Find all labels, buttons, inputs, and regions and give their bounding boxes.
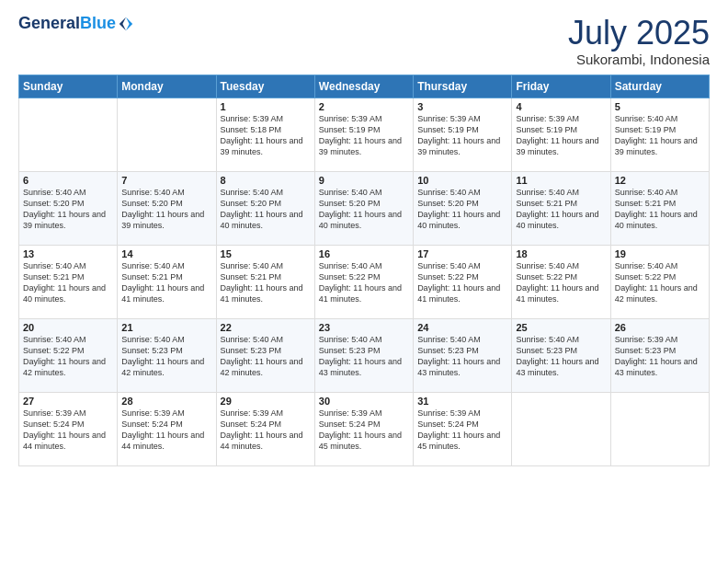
day-info: Sunrise: 5:39 AM Sunset: 5:18 PM Dayligh… [221, 113, 311, 158]
day-number: 6 [23, 175, 113, 186]
day-info: Sunrise: 5:39 AM Sunset: 5:24 PM Dayligh… [23, 408, 113, 453]
day-number: 10 [417, 175, 507, 186]
day-info: Sunrise: 5:40 AM Sunset: 5:21 PM Dayligh… [615, 187, 705, 232]
day-info: Sunrise: 5:39 AM Sunset: 5:23 PM Dayligh… [615, 334, 705, 379]
day-number: 19 [615, 248, 705, 259]
day-number: 28 [121, 396, 211, 407]
calendar-cell: 12Sunrise: 5:40 AM Sunset: 5:21 PM Dayli… [610, 171, 709, 245]
calendar-cell: 31Sunrise: 5:39 AM Sunset: 5:24 PM Dayli… [414, 392, 512, 465]
day-number: 23 [319, 322, 409, 333]
calendar-week-1: 1Sunrise: 5:39 AM Sunset: 5:18 PM Daylig… [19, 98, 710, 171]
day-number: 3 [417, 101, 507, 112]
day-info: Sunrise: 5:40 AM Sunset: 5:20 PM Dayligh… [417, 187, 507, 232]
day-number: 24 [417, 322, 507, 333]
title-area: July 2025 Sukorambi, Indonesia [568, 15, 710, 67]
day-number: 13 [23, 248, 113, 259]
logo-text: GeneralBlue [18, 15, 116, 33]
calendar-cell: 5Sunrise: 5:40 AM Sunset: 5:19 PM Daylig… [610, 98, 709, 171]
calendar-cell: 29Sunrise: 5:39 AM Sunset: 5:24 PM Dayli… [216, 392, 314, 465]
calendar-cell: 1Sunrise: 5:39 AM Sunset: 5:18 PM Daylig… [216, 98, 314, 171]
day-info: Sunrise: 5:39 AM Sunset: 5:24 PM Dayligh… [221, 408, 311, 453]
day-number: 15 [221, 248, 311, 259]
day-info: Sunrise: 5:40 AM Sunset: 5:23 PM Dayligh… [417, 334, 507, 379]
calendar-cell: 4Sunrise: 5:39 AM Sunset: 5:19 PM Daylig… [512, 98, 610, 171]
day-info: Sunrise: 5:39 AM Sunset: 5:24 PM Dayligh… [319, 408, 409, 453]
day-number: 17 [417, 248, 507, 259]
calendar-cell: 3Sunrise: 5:39 AM Sunset: 5:19 PM Daylig… [414, 98, 512, 171]
calendar-cell: 6Sunrise: 5:40 AM Sunset: 5:20 PM Daylig… [19, 171, 118, 245]
calendar-cell: 13Sunrise: 5:40 AM Sunset: 5:21 PM Dayli… [19, 245, 118, 318]
calendar-cell: 24Sunrise: 5:40 AM Sunset: 5:23 PM Dayli… [414, 318, 512, 392]
day-number: 12 [615, 175, 705, 186]
day-info: Sunrise: 5:40 AM Sunset: 5:19 PM Dayligh… [615, 113, 705, 158]
page-header: GeneralBlue July 2025 Sukorambi, Indones… [18, 15, 710, 67]
day-number: 4 [516, 101, 606, 112]
calendar-cell: 16Sunrise: 5:40 AM Sunset: 5:22 PM Dayli… [314, 245, 413, 318]
day-info: Sunrise: 5:40 AM Sunset: 5:23 PM Dayligh… [121, 334, 211, 379]
calendar-cell: 27Sunrise: 5:39 AM Sunset: 5:24 PM Dayli… [19, 392, 118, 465]
day-info: Sunrise: 5:40 AM Sunset: 5:23 PM Dayligh… [319, 334, 409, 379]
calendar-cell: 11Sunrise: 5:40 AM Sunset: 5:21 PM Dayli… [512, 171, 610, 245]
day-info: Sunrise: 5:40 AM Sunset: 5:22 PM Dayligh… [23, 334, 113, 379]
col-friday: Friday [512, 75, 610, 98]
calendar-week-2: 6Sunrise: 5:40 AM Sunset: 5:20 PM Daylig… [19, 171, 710, 245]
calendar-cell: 19Sunrise: 5:40 AM Sunset: 5:22 PM Dayli… [610, 245, 709, 318]
day-number: 11 [516, 175, 606, 186]
calendar-cell: 20Sunrise: 5:40 AM Sunset: 5:22 PM Dayli… [19, 318, 118, 392]
svg-marker-1 [119, 17, 126, 30]
day-number: 1 [221, 101, 311, 112]
day-info: Sunrise: 5:40 AM Sunset: 5:21 PM Dayligh… [221, 260, 311, 305]
day-info: Sunrise: 5:40 AM Sunset: 5:22 PM Dayligh… [615, 260, 705, 305]
col-tuesday: Tuesday [216, 75, 314, 98]
calendar-cell: 30Sunrise: 5:39 AM Sunset: 5:24 PM Dayli… [314, 392, 413, 465]
day-number: 21 [121, 322, 211, 333]
calendar-cell: 8Sunrise: 5:40 AM Sunset: 5:20 PM Daylig… [216, 171, 314, 245]
day-number: 7 [121, 175, 211, 186]
day-info: Sunrise: 5:39 AM Sunset: 5:19 PM Dayligh… [516, 113, 606, 158]
logo: GeneralBlue [18, 15, 134, 33]
col-sunday: Sunday [19, 75, 118, 98]
calendar-cell: 2Sunrise: 5:39 AM Sunset: 5:19 PM Daylig… [314, 98, 413, 171]
day-info: Sunrise: 5:40 AM Sunset: 5:23 PM Dayligh… [516, 334, 606, 379]
calendar-cell [610, 392, 709, 465]
day-info: Sunrise: 5:40 AM Sunset: 5:20 PM Dayligh… [121, 187, 211, 232]
day-info: Sunrise: 5:40 AM Sunset: 5:21 PM Dayligh… [23, 260, 113, 305]
calendar-cell: 25Sunrise: 5:40 AM Sunset: 5:23 PM Dayli… [512, 318, 610, 392]
svg-marker-0 [126, 17, 132, 30]
day-number: 9 [319, 175, 409, 186]
calendar-cell: 9Sunrise: 5:40 AM Sunset: 5:20 PM Daylig… [314, 171, 413, 245]
day-number: 26 [615, 322, 705, 333]
calendar-cell [118, 98, 216, 171]
calendar-cell: 17Sunrise: 5:40 AM Sunset: 5:22 PM Dayli… [414, 245, 512, 318]
calendar-cell: 10Sunrise: 5:40 AM Sunset: 5:20 PM Dayli… [414, 171, 512, 245]
day-number: 5 [615, 101, 705, 112]
day-number: 18 [516, 248, 606, 259]
calendar-cell: 15Sunrise: 5:40 AM Sunset: 5:21 PM Dayli… [216, 245, 314, 318]
day-number: 31 [417, 396, 507, 407]
month-title: July 2025 [568, 15, 710, 52]
day-info: Sunrise: 5:40 AM Sunset: 5:22 PM Dayligh… [319, 260, 409, 305]
day-info: Sunrise: 5:40 AM Sunset: 5:20 PM Dayligh… [319, 187, 409, 232]
day-info: Sunrise: 5:40 AM Sunset: 5:23 PM Dayligh… [221, 334, 311, 379]
calendar-cell: 22Sunrise: 5:40 AM Sunset: 5:23 PM Dayli… [216, 318, 314, 392]
day-number: 25 [516, 322, 606, 333]
day-info: Sunrise: 5:40 AM Sunset: 5:22 PM Dayligh… [516, 260, 606, 305]
calendar-table: Sunday Monday Tuesday Wednesday Thursday… [18, 75, 710, 466]
day-info: Sunrise: 5:40 AM Sunset: 5:22 PM Dayligh… [417, 260, 507, 305]
day-number: 29 [221, 396, 311, 407]
day-info: Sunrise: 5:39 AM Sunset: 5:24 PM Dayligh… [121, 408, 211, 453]
day-number: 27 [23, 396, 113, 407]
day-number: 22 [221, 322, 311, 333]
col-wednesday: Wednesday [314, 75, 413, 98]
day-number: 16 [319, 248, 409, 259]
calendar-cell: 26Sunrise: 5:39 AM Sunset: 5:23 PM Dayli… [610, 318, 709, 392]
day-info: Sunrise: 5:40 AM Sunset: 5:21 PM Dayligh… [121, 260, 211, 305]
calendar-week-3: 13Sunrise: 5:40 AM Sunset: 5:21 PM Dayli… [19, 245, 710, 318]
day-info: Sunrise: 5:39 AM Sunset: 5:19 PM Dayligh… [417, 113, 507, 158]
calendar-week-5: 27Sunrise: 5:39 AM Sunset: 5:24 PM Dayli… [19, 392, 710, 465]
calendar-cell: 18Sunrise: 5:40 AM Sunset: 5:22 PM Dayli… [512, 245, 610, 318]
col-thursday: Thursday [414, 75, 512, 98]
calendar-cell [19, 98, 118, 171]
calendar-cell: 21Sunrise: 5:40 AM Sunset: 5:23 PM Dayli… [118, 318, 216, 392]
calendar-cell [512, 392, 610, 465]
